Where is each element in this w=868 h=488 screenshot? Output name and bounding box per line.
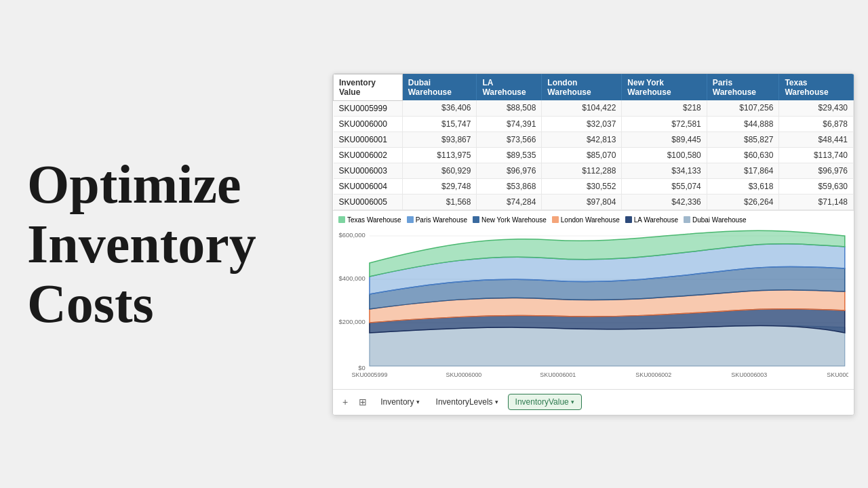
tab-bar: + ⊞ Inventory ▾ InventoryLevels ▾ Invent…	[333, 389, 854, 415]
dubai-cell: $1,568	[402, 194, 477, 209]
texas-cell: $48,441	[779, 131, 854, 147]
legend-label: London Warehouse	[561, 216, 620, 224]
legend-label: New York Warehouse	[481, 216, 547, 224]
dubai-cell: $113,975	[402, 147, 477, 163]
texas-cell: $6,878	[779, 116, 854, 131]
legend-color	[473, 216, 479, 223]
sku-cell: SKU0006002	[334, 147, 403, 163]
col-header-texas: Texas Warehouse	[779, 74, 854, 100]
tab-inventory-levels[interactable]: InventoryLevels ▾	[429, 394, 505, 409]
dubai-cell: $15,747	[402, 116, 477, 131]
dubai-cell: $93,867	[402, 131, 477, 147]
sheets-grid-icon[interactable]: ⊞	[355, 394, 371, 410]
paris-cell: $44,888	[707, 116, 779, 131]
london-cell: $112,288	[542, 163, 622, 178]
texas-cell: $96,976	[779, 163, 854, 178]
svg-text:SKU0006002: SKU0006002	[635, 371, 671, 378]
la-cell: $74,284	[477, 194, 542, 209]
left-panel: Optimize Inventory Costs	[0, 114, 332, 374]
headline-line1: Optimize	[27, 155, 241, 214]
sku-cell: SKU0006004	[334, 178, 403, 194]
legend-color	[338, 216, 345, 223]
sku-cell: SKU0006005	[334, 194, 403, 209]
ny-cell: $218	[622, 100, 707, 116]
legend-label: LA Warehouse	[634, 216, 678, 224]
legend-color	[407, 216, 414, 223]
table-row: SKU0006002 $113,975 $89,535 $85,070 $100…	[334, 147, 854, 163]
right-panel: Inventory Value Dubai Warehouse LA Wareh…	[332, 0, 868, 488]
svg-text:SKU0006003: SKU0006003	[731, 371, 767, 378]
london-cell: $42,813	[542, 131, 622, 147]
la-cell: $74,391	[477, 116, 542, 131]
sku-cell: SKU0006000	[334, 116, 403, 131]
svg-text:SKU0006001: SKU0006001	[540, 371, 576, 378]
paris-cell: $3,618	[707, 178, 779, 194]
legend-label: Texas Warehouse	[347, 216, 401, 224]
la-cell: $73,566	[477, 131, 542, 147]
svg-text:$400,000: $400,000	[339, 275, 366, 282]
col-header-ny: New York Warehouse	[622, 74, 707, 100]
texas-cell: $29,430	[779, 100, 854, 116]
legend-color	[625, 216, 632, 223]
london-cell: $97,804	[542, 194, 622, 209]
table-row: SKU0006000 $15,747 $74,391 $32,037 $72,5…	[334, 116, 854, 131]
svg-text:SKU0006004: SKU0006004	[827, 371, 848, 378]
sku-cell: SKU0006003	[334, 163, 403, 178]
svg-text:$0: $0	[358, 365, 365, 371]
col-header-london: London Warehouse	[542, 74, 622, 100]
paris-cell: $26,264	[707, 194, 779, 209]
headline-line2: Inventory	[27, 214, 256, 274]
la-cell: $88,508	[477, 100, 542, 116]
london-cell: $85,070	[542, 147, 622, 163]
sku-cell: SKU0006001	[334, 131, 403, 147]
la-cell: $96,976	[477, 163, 542, 178]
paris-cell: $85,827	[707, 131, 779, 147]
col-header-sku: Inventory Value	[334, 74, 403, 100]
la-cell: $89,535	[477, 147, 542, 163]
legend-item: Texas Warehouse	[338, 216, 401, 224]
headline-line3: Costs	[27, 274, 154, 333]
col-header-dubai: Dubai Warehouse	[402, 74, 477, 100]
sku-cell: SKU0005999	[334, 100, 403, 116]
chart-legend: Texas WarehouseParis WarehouseNew York W…	[338, 216, 848, 224]
tab-inventory[interactable]: Inventory ▾	[374, 394, 426, 409]
la-cell: $53,868	[477, 178, 542, 194]
dubai-cell: $60,929	[402, 163, 477, 178]
paris-cell: $60,630	[707, 147, 779, 163]
add-sheet-icon[interactable]: +	[338, 394, 352, 410]
legend-color	[552, 216, 559, 223]
headline: Optimize Inventory Costs	[27, 155, 305, 333]
svg-text:$200,000: $200,000	[339, 319, 366, 325]
paris-cell: $17,864	[707, 163, 779, 178]
table-row: SKU0006004 $29,748 $53,868 $30,552 $55,0…	[334, 178, 854, 194]
london-cell: $30,552	[542, 178, 622, 194]
texas-cell: $59,630	[779, 178, 854, 194]
legend-color	[684, 216, 690, 223]
table-row: SKU0006005 $1,568 $74,284 $97,804 $42,33…	[334, 194, 854, 209]
ny-cell: $34,133	[622, 163, 707, 178]
ny-cell: $100,580	[622, 147, 707, 163]
area-chart: $600,000 $400,000 $200,000 $0	[338, 228, 848, 384]
tab-inventory-value[interactable]: InventoryValue ▾	[508, 394, 582, 410]
spreadsheet-container: Inventory Value Dubai Warehouse LA Wareh…	[332, 73, 854, 415]
legend-item: London Warehouse	[552, 216, 620, 224]
texas-cell: $71,148	[779, 194, 854, 209]
dubai-cell: $29,748	[402, 178, 477, 194]
tab-inventory-value-arrow: ▾	[571, 399, 574, 405]
legend-item: Dubai Warehouse	[684, 216, 747, 224]
tab-inventory-levels-arrow: ▾	[495, 399, 498, 405]
dubai-cell: $36,406	[402, 100, 477, 116]
svg-text:SKU0006000: SKU0006000	[446, 371, 481, 378]
london-cell: $104,422	[542, 100, 622, 116]
svg-text:$600,000: $600,000	[339, 232, 366, 239]
table-row: SKU0006001 $93,867 $73,566 $42,813 $89,4…	[334, 131, 854, 147]
chart-wrapper: $600,000 $400,000 $200,000 $0	[338, 228, 848, 384]
table-row: SKU0006003 $60,929 $96,976 $112,288 $34,…	[334, 163, 854, 178]
tab-inventory-arrow: ▾	[416, 399, 420, 405]
ny-cell: $89,445	[622, 131, 707, 147]
chart-container: Texas WarehouseParis WarehouseNew York W…	[333, 210, 854, 389]
ny-cell: $42,336	[622, 194, 707, 209]
data-table: Inventory Value Dubai Warehouse LA Wareh…	[333, 74, 854, 210]
ny-cell: $72,581	[622, 116, 707, 131]
ny-cell: $55,074	[622, 178, 707, 194]
